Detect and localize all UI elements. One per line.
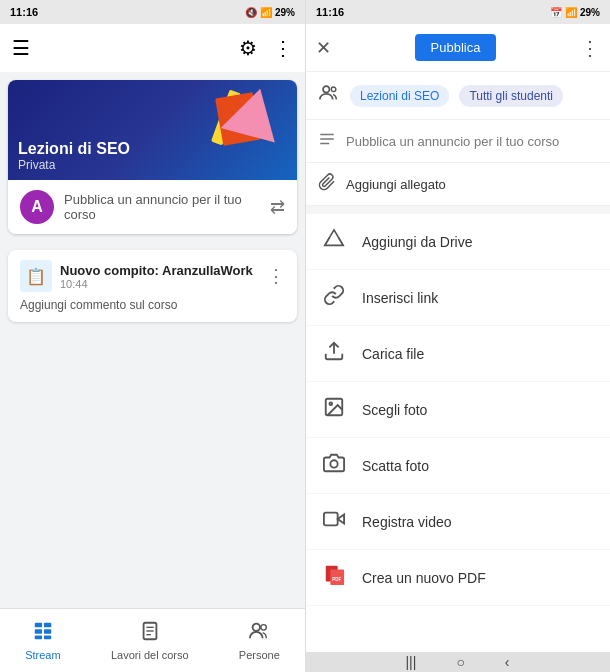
news-card[interactable]: 📋 Nuovo compito: AranzullaWork 10:44 ⋮ A… [8,250,297,322]
right-battery: 29% [580,7,600,18]
repost-icon[interactable]: ⇄ [270,196,285,218]
compose-placeholder: Pubblica un annuncio per il tuo corso [346,134,559,149]
drive-label: Aggiungi da Drive [362,234,473,250]
left-status-icons: 🔇 📶 29% [245,7,295,18]
photo-icon [322,396,346,423]
bottom-nav: Stream Lavori del corso Persone [0,608,305,672]
stream-label: Stream [25,649,60,661]
right-sys-back[interactable]: ‹ [505,654,510,670]
attach-row[interactable]: Aggiungi allegato [306,163,610,206]
news-more-icon[interactable]: ⋮ [267,265,285,287]
svg-rect-4 [35,636,42,640]
right-more-icon[interactable]: ⋮ [580,36,600,60]
svg-marker-21 [338,514,344,523]
upload-label: Carica file [362,346,424,362]
stream-icon [32,620,54,647]
settings-icon[interactable]: ⚙ [239,36,257,60]
left-panel: 11:16 🔇 📶 29% ☰ ⚙ ⋮ Lezioni di SEO Priva… [0,0,305,672]
video-icon [322,508,346,535]
course-card[interactable]: Lezioni di SEO Privata A Pubblica un ann… [8,80,297,234]
more-icon[interactable]: ⋮ [273,36,293,60]
svg-rect-3 [44,629,51,634]
menu-item-photo[interactable]: Scegli foto [306,382,610,438]
left-top-bar: ☰ ⚙ ⋮ [0,24,305,72]
svg-point-10 [253,624,260,631]
pdf-label: Crea un nuovo PDF [362,570,486,586]
class-chip[interactable]: Lezioni di SEO [350,85,449,107]
students-chip[interactable]: Tutti gli studenti [459,85,563,107]
svg-point-20 [330,460,337,467]
news-meta: Nuovo compito: AranzullaWork 10:44 [60,263,253,290]
svg-rect-2 [35,629,42,634]
svg-point-13 [331,87,336,92]
link-icon [322,284,346,311]
course-title: Lezioni di SEO [18,140,130,158]
assignment-icon: 📋 [26,267,46,286]
svg-point-12 [323,86,329,92]
menu-item-video[interactable]: Registra video [306,494,610,550]
svg-rect-0 [35,623,42,628]
avatar: A [20,190,54,224]
attach-icon [318,173,336,195]
news-title: Nuovo compito: AranzullaWork [60,263,253,278]
link-label: Inserisci link [362,290,438,306]
menu-divider [306,206,610,214]
news-header-left: 📋 Nuovo compito: AranzullaWork 10:44 [20,260,253,292]
announcement-row[interactable]: A Pubblica un annuncio per il tuo corso … [8,180,297,234]
compose-row[interactable]: Pubblica un annuncio per il tuo corso [306,120,610,163]
svg-rect-5 [44,636,51,640]
right-panel: 11:16 📅 📶 29% ✕ Pubblica ⋮ Lezioni di SE… [305,0,610,672]
news-type-icon: 📋 [20,260,52,292]
right-signal-icon: 📶 [565,7,577,18]
attach-label: Aggiungi allegato [346,177,446,192]
recipients-row: Lezioni di SEO Tutti gli studenti [306,72,610,120]
lavori-icon [139,620,161,647]
right-status-bar: 11:16 📅 📶 29% [306,0,610,24]
svg-rect-22 [324,513,338,526]
close-icon[interactable]: ✕ [316,37,331,59]
right-calendar-icon: 📅 [550,7,562,18]
video-label: Registra video [362,514,452,530]
announcement-text: Pubblica un annuncio per il tuo corso [64,192,260,222]
nav-item-lavori[interactable]: Lavori del corso [111,620,189,661]
nav-item-stream[interactable]: Stream [25,620,60,661]
course-title-block: Lezioni di SEO Privata [18,140,130,172]
svg-rect-1 [44,623,51,628]
menu-item-drive[interactable]: Aggiungi da Drive [306,214,610,270]
camera-icon [322,452,346,479]
right-sys-bar: ||| ○ ‹ [305,652,610,672]
mute-icon: 🔇 [245,7,257,18]
menu-item-pdf[interactable]: PDF Crea un nuovo PDF [306,550,610,606]
upload-icon [322,340,346,367]
recipients-icon [318,82,340,109]
menu-item-link[interactable]: Inserisci link [306,270,610,326]
hamburger-icon[interactable]: ☰ [12,36,30,60]
right-sys-home[interactable]: ○ [456,654,464,670]
pdf-icon: PDF [322,564,346,591]
course-banner: Lezioni di SEO Privata [8,80,297,180]
lavori-label: Lavori del corso [111,649,189,661]
news-comment: Aggiungi commento sul corso [20,298,285,312]
svg-point-11 [261,625,267,631]
news-header: 📋 Nuovo compito: AranzullaWork 10:44 ⋮ [20,260,285,292]
drive-icon [322,228,346,255]
top-bar-actions: ⚙ ⋮ [239,36,293,60]
camera-label: Scatta foto [362,458,429,474]
right-status-icons: 📅 📶 29% [550,7,600,18]
menu-item-camera[interactable]: Scatta foto [306,438,610,494]
publish-button[interactable]: Pubblica [415,34,497,61]
photo-label: Scegli foto [362,402,427,418]
left-status-bar: 11:16 🔇 📶 29% [0,0,305,24]
left-time: 11:16 [10,6,38,18]
persone-icon [248,620,270,647]
battery-text: 29% [275,7,295,18]
right-time: 11:16 [316,6,344,18]
right-sys-menu[interactable]: ||| [405,654,416,670]
nav-item-persone[interactable]: Persone [239,620,280,661]
right-top-bar: ✕ Pubblica ⋮ [306,24,610,72]
menu-item-upload[interactable]: Carica file [306,326,610,382]
compose-list-icon [318,130,336,152]
svg-text:PDF: PDF [332,577,341,582]
course-subtitle: Privata [18,158,130,172]
news-time: 10:44 [60,278,253,290]
